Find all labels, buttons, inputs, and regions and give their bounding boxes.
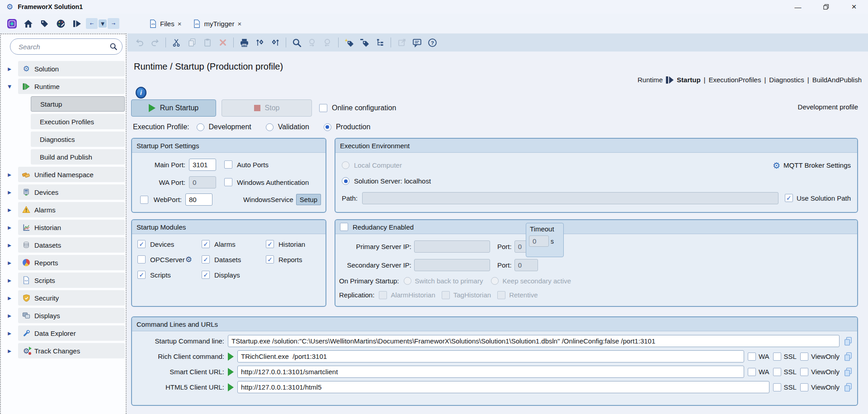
sidebar-item-data-explorer[interactable]: ▶ Data Explorer: [1, 325, 126, 341]
redo-icon[interactable]: [150, 38, 160, 47]
module-devices-checkbox[interactable]: [137, 240, 146, 248]
startup-command-line-input[interactable]: [228, 335, 840, 347]
rich-client-ssl-checkbox[interactable]: [773, 353, 781, 361]
profile-development-radio[interactable]: [197, 123, 204, 131]
minimize-button[interactable]: —: [784, 0, 812, 14]
opcserver-settings-gear-icon[interactable]: ⚙: [185, 255, 192, 264]
breadcrumb-executionprofiles[interactable]: ExecutionProfiles: [708, 76, 761, 84]
windows-authentication-checkbox[interactable]: [224, 178, 232, 186]
add-tag-icon[interactable]: +: [344, 38, 354, 47]
chevron-right-icon[interactable]: ▶: [1, 278, 18, 283]
webport-checkbox[interactable]: [140, 196, 148, 204]
breadcrumb-buildandpublish[interactable]: BuildAndPublish: [812, 76, 862, 84]
remove-tag-icon[interactable]: [360, 38, 369, 47]
module-historian-checkbox[interactable]: [266, 240, 274, 248]
info-icon[interactable]: i: [136, 87, 146, 99]
navigate-back-icon[interactable]: ←: [86, 18, 98, 29]
online-configuration-checkbox[interactable]: [319, 104, 327, 112]
tab-files[interactable]: <> Files ×: [149, 19, 181, 28]
copy-icon[interactable]: [187, 38, 197, 47]
chevron-right-icon[interactable]: ▶: [1, 243, 18, 248]
find-next-icon[interactable]: [323, 38, 332, 47]
copy-command-icon[interactable]: [843, 336, 853, 346]
use-solution-path-checkbox[interactable]: [785, 194, 793, 202]
print-icon[interactable]: [240, 38, 249, 47]
html5-client-ssl-checkbox[interactable]: [773, 383, 781, 391]
mqtt-broker-settings-button[interactable]: ⚙ MQTT Broker Settings: [773, 160, 851, 170]
launch-html5-client-icon[interactable]: [228, 383, 234, 391]
rich-client-wa-checkbox[interactable]: [748, 353, 756, 361]
sidebar-item-historian[interactable]: ▶ Historian: [1, 220, 126, 235]
sidebar-item-startup[interactable]: Startup: [1, 96, 126, 112]
sidebar-item-devices[interactable]: ▶ Devices: [1, 184, 126, 200]
sidebar-item-reports[interactable]: ▶ Reports: [1, 255, 126, 270]
delete-icon[interactable]: [218, 38, 227, 47]
displays-designer-icon[interactable]: [55, 18, 66, 29]
chevron-right-icon[interactable]: ▶: [1, 331, 18, 336]
html5-client-viewonly-checkbox[interactable]: [800, 383, 808, 391]
search-input[interactable]: [18, 42, 109, 51]
copy-command-icon[interactable]: [843, 352, 853, 361]
chevron-right-icon[interactable]: ▶: [1, 348, 18, 353]
tree-view-icon[interactable]: [375, 38, 385, 47]
smart-client-url-input[interactable]: [237, 366, 744, 378]
breadcrumb-startup[interactable]: Startup: [677, 76, 701, 84]
module-opcserver-checkbox[interactable]: [137, 255, 146, 263]
chevron-right-icon[interactable]: ▶: [1, 296, 18, 301]
sidebar-item-security[interactable]: ▶ Security: [1, 290, 126, 306]
module-reports-checkbox[interactable]: [266, 255, 274, 263]
rich-client-command-input[interactable]: [237, 350, 744, 362]
sidebar-item-scripts[interactable]: ▶ <> Scripts: [1, 273, 126, 288]
chevron-right-icon[interactable]: ▶: [1, 172, 18, 177]
module-scripts-checkbox[interactable]: [137, 271, 146, 279]
auto-ports-checkbox[interactable]: [224, 160, 232, 169]
smart-client-ssl-checkbox[interactable]: [773, 368, 781, 376]
solution-explorer-icon[interactable]: [6, 18, 17, 29]
runtime-icon[interactable]: [71, 18, 82, 29]
copy-command-icon[interactable]: [843, 367, 853, 376]
profile-validation-radio[interactable]: [266, 123, 274, 131]
chevron-right-icon[interactable]: ▶: [1, 260, 18, 265]
breadcrumb-runtime[interactable]: Runtime: [637, 76, 663, 84]
chevron-right-icon[interactable]: ▶: [1, 190, 18, 195]
webport-input[interactable]: [185, 193, 212, 206]
breadcrumb-diagnostics[interactable]: Diagnostics: [769, 76, 804, 84]
stop-button[interactable]: Stop: [222, 99, 312, 117]
sidebar-item-solution[interactable]: ▶ ⚙ Solution: [1, 61, 126, 76]
run-startup-button[interactable]: Run Startup: [131, 99, 216, 117]
sidebar-item-diagnostics[interactable]: Diagnostics: [1, 132, 126, 147]
module-alarms-checkbox[interactable]: [202, 240, 210, 248]
chevron-down-icon[interactable]: ▼: [1, 84, 18, 89]
navigate-forward-icon[interactable]: →: [108, 18, 119, 29]
chevron-right-icon[interactable]: ▶: [1, 225, 18, 230]
home-icon[interactable]: [23, 18, 33, 29]
history-dropdown-icon[interactable]: ▼: [99, 19, 107, 28]
help-icon[interactable]: ?: [428, 38, 437, 47]
solution-server-radio[interactable]: [342, 177, 349, 185]
paste-icon[interactable]: [203, 38, 212, 47]
smart-client-wa-checkbox[interactable]: [748, 368, 756, 376]
tab-close-icon[interactable]: ×: [237, 20, 241, 28]
main-port-input[interactable]: [189, 159, 216, 171]
chevron-right-icon[interactable]: ▶: [1, 66, 18, 71]
format-selection-icon[interactable]: [270, 38, 280, 47]
tab-mytrigger[interactable]: <> myTrigger ×: [193, 19, 241, 28]
sidebar-item-build-and-publish[interactable]: Build and Publish: [1, 149, 126, 165]
chevron-right-icon[interactable]: ▶: [1, 313, 18, 318]
sidebar-item-runtime[interactable]: ▼ Runtime: [1, 79, 126, 94]
module-displays-checkbox[interactable]: [202, 271, 210, 279]
search-icon[interactable]: [292, 38, 302, 47]
sidebar-item-execution-profiles[interactable]: Execution Profiles: [1, 114, 126, 129]
smart-client-viewonly-checkbox[interactable]: [800, 368, 808, 376]
maximize-button[interactable]: [812, 0, 840, 14]
launch-smart-client-icon[interactable]: [228, 368, 234, 376]
launch-rich-client-icon[interactable]: [228, 353, 234, 361]
find-previous-icon[interactable]: [307, 38, 317, 47]
profile-production-radio[interactable]: [324, 123, 331, 131]
sidebar-item-alarms[interactable]: ▶ ! Alarms: [1, 202, 126, 217]
html5-client-url-input[interactable]: [237, 381, 769, 393]
tab-close-icon[interactable]: ×: [178, 20, 182, 28]
sidebar-item-displays[interactable]: ▶ Displays: [1, 308, 126, 323]
tag-icon[interactable]: [39, 18, 50, 29]
copy-command-icon[interactable]: [843, 382, 853, 392]
